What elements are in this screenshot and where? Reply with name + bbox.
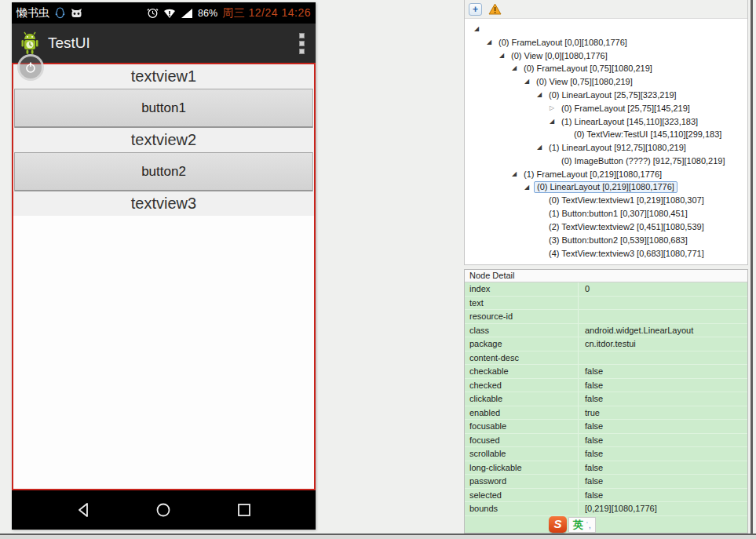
node-detail-panel: Node Detail index0 text resource-id clas… — [464, 269, 748, 534]
detail-row[interactable]: content-desc — [465, 351, 747, 366]
back-button-icon[interactable] — [75, 501, 92, 519]
detail-key: scrollable — [465, 447, 578, 461]
tree-node-label: (0) TextView:TestUI [145,110][299,183] — [572, 128, 724, 141]
detail-value: android.widget.LinearLayout — [578, 324, 747, 337]
window-right-border — [751, 0, 753, 535]
tree-node-label: (4) TextView:textview3 [0,683][1080,771] — [546, 247, 707, 260]
tree-node[interactable]: ◢(0) FrameLayout [0,0][1080,1776] — [465, 36, 747, 49]
tree-node[interactable]: (0) TextView:textview1 [0,219][1080,307] — [465, 194, 747, 207]
detail-value — [578, 297, 747, 310]
android-robot-icon — [20, 31, 40, 55]
robot-head-icon — [71, 8, 82, 18]
sogou-ime-indicator[interactable]: S 英 ˈ, — [549, 516, 596, 533]
detail-row[interactable]: packagecn.itdor.testui — [465, 337, 747, 351]
tree-node-label: (2) TextView:textview2 [0,451][1080,539] — [546, 220, 707, 234]
node-detail-header: Node Detail — [465, 270, 747, 282]
device-screenshot[interactable]: 懒书虫 86% 周三 12/24 14:26 — [12, 2, 316, 530]
detail-key: password — [465, 475, 578, 488]
detail-row[interactable]: text — [465, 297, 747, 311]
tree-node[interactable]: ◢(1) LinearLayout [912,75][1080,219] — [465, 141, 747, 155]
expander-icon[interactable]: ◢ — [487, 36, 496, 49]
detail-value: 0 — [578, 282, 747, 296]
detail-row[interactable]: classandroid.widget.LinearLayout — [465, 324, 747, 338]
tree-node[interactable]: ◢(0) View [0,75][1080,219] — [465, 75, 747, 89]
detail-value: true — [578, 406, 747, 420]
tree-node-label: (0) View [0,75][1080,219] — [534, 75, 635, 89]
detail-key: checked — [465, 379, 578, 392]
tree-node[interactable]: ◢(1) LinearLayout [145,110][323,183] — [465, 115, 747, 129]
tree-node[interactable]: ◢(1) FrameLayout [0,219][1080,1776] — [465, 168, 747, 181]
textview2[interactable]: textview2 — [13, 128, 314, 152]
expander-icon[interactable]: ◢ — [550, 115, 559, 129]
button1[interactable]: button1 — [14, 89, 313, 128]
ime-language-label: 英 — [573, 518, 583, 532]
detail-row[interactable]: scrollablefalse — [465, 447, 747, 461]
expander-icon[interactable]: ◢ — [524, 75, 534, 89]
expander-icon[interactable]: ◢ — [512, 62, 521, 75]
app-title: TestUI — [48, 35, 90, 52]
detail-key: focusable — [465, 420, 578, 433]
detail-row[interactable]: bounds[0,219][1080,1776] — [465, 502, 747, 516]
wifi-icon — [163, 8, 176, 19]
activity-content[interactable]: textview1 button1 textview2 button2 text… — [12, 63, 316, 490]
notification-app-text: 懒书虫 — [16, 6, 49, 20]
tree-node[interactable]: (3) Button:button2 [0,539][1080,683] — [465, 234, 747, 247]
tree-node[interactable]: (2) TextView:textview2 [0,451][1080,539] — [465, 220, 747, 234]
detail-key: long-clickable — [465, 461, 578, 475]
home-button-icon[interactable] — [155, 501, 172, 519]
detail-key: content-desc — [465, 351, 578, 365]
sogou-logo-icon[interactable]: S — [549, 516, 567, 533]
detail-row[interactable]: selectedfalse — [465, 489, 747, 503]
tree-node-label: (0) FrameLayout [0,0][1080,1776] — [496, 36, 630, 49]
hierarchy-tree-panel: + ◢ ◢(0) FrameLayout [0,0][1080,1776] ◢(… — [464, 0, 748, 265]
detail-row[interactable]: passwordfalse — [465, 475, 747, 489]
tree-node[interactable]: (0) ImageButton (????) [912,75][1080,219… — [465, 155, 747, 168]
overflow-menu-icon[interactable] — [296, 30, 308, 57]
expander-icon[interactable]: ◢ — [512, 168, 521, 181]
tree-node[interactable]: ▷(0) FrameLayout [25,75][145,219] — [465, 102, 747, 115]
textview3[interactable]: textview3 — [13, 191, 314, 216]
ime-language-pill[interactable]: 英 ˈ, — [568, 517, 596, 533]
node-tree: ◢ ◢(0) FrameLayout [0,0][1080,1776] ◢(0)… — [465, 19, 747, 260]
detail-key: checkable — [465, 365, 578, 378]
expander-icon[interactable]: ◢ — [537, 89, 546, 102]
tree-node[interactable]: ◢(0) FrameLayout [0,75][1080,219] — [465, 62, 747, 75]
battery-percent: 86% — [198, 8, 217, 19]
detail-row[interactable]: index0 — [465, 282, 747, 297]
tree-node[interactable]: (0) TextView:TestUI [145,110][299,183] — [465, 128, 747, 141]
expander-icon[interactable]: ◢ — [537, 141, 546, 155]
detail-value: [0,219][1080,1776] — [578, 502, 747, 515]
warning-icon — [488, 3, 502, 15]
detail-key: class — [465, 324, 578, 337]
uiautomatorviewer-window: 懒书虫 86% 周三 12/24 14:26 — [0, 0, 756, 539]
recents-button-icon[interactable] — [236, 501, 253, 519]
detail-row[interactable]: clickablefalse — [465, 392, 747, 406]
button2[interactable]: button2 — [14, 152, 313, 191]
detail-value: false — [578, 420, 747, 433]
expander-icon[interactable]: ◢ — [524, 181, 534, 195]
detail-row[interactable]: long-clickablefalse — [465, 461, 747, 475]
tree-node-selected[interactable]: ◢(0) LinearLayout [0,219][1080,1776] — [465, 181, 747, 195]
expand-all-button[interactable]: + — [469, 3, 482, 16]
detail-key: text — [465, 297, 578, 310]
detail-row[interactable]: checkablefalse — [465, 365, 747, 379]
detail-value — [578, 310, 747, 323]
detail-row[interactable]: focusablefalse — [465, 420, 747, 434]
tree-node[interactable]: (4) TextView:textview3 [0,683][1080,771] — [465, 247, 747, 260]
detail-value: false — [578, 447, 747, 461]
tree-node[interactable]: ◢ — [465, 23, 747, 36]
detail-row[interactable]: resource-id — [465, 310, 747, 324]
detail-row[interactable]: checkedfalse — [465, 379, 747, 393]
detail-row[interactable]: enabledtrue — [465, 406, 747, 421]
tree-node[interactable]: (1) Button:button1 [0,307][1080,451] — [465, 207, 747, 220]
expander-icon[interactable]: ◢ — [474, 23, 484, 36]
textview1[interactable]: textview1 — [13, 64, 314, 89]
expander-icon[interactable]: ▷ — [550, 102, 559, 115]
tree-node-label: (0) LinearLayout [25,75][323,219] — [546, 89, 679, 102]
detail-key: resource-id — [465, 310, 578, 323]
expander-icon[interactable]: ◢ — [499, 49, 509, 63]
tree-node[interactable]: ◢(0) View [0,0][1080,1776] — [465, 49, 747, 63]
tree-node[interactable]: ◢(0) LinearLayout [25,75][323,219] — [465, 89, 747, 102]
detail-row[interactable]: focusedfalse — [465, 434, 747, 448]
floating-assist-widget[interactable] — [17, 54, 44, 81]
